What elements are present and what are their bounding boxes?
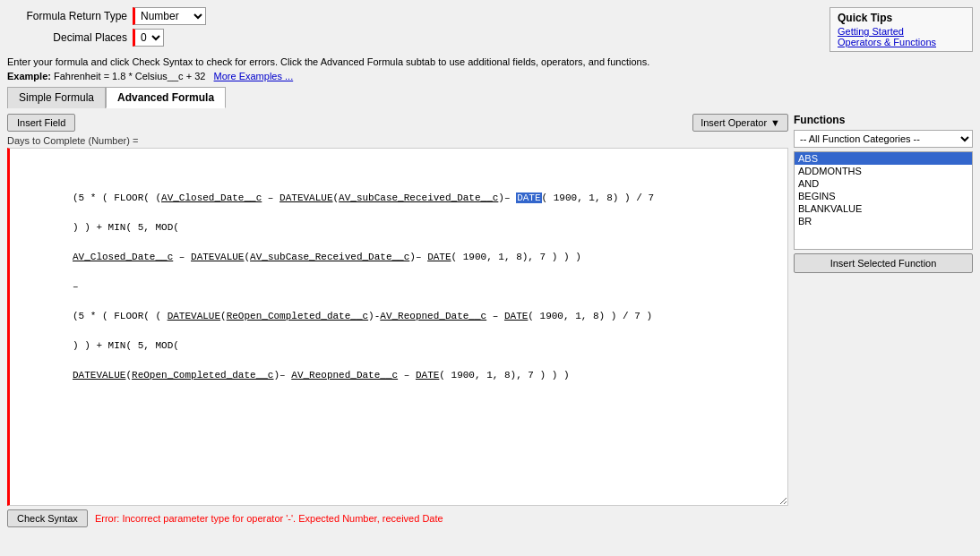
functions-list[interactable]: ABS ADDMONTHS AND BEGINS BLANKVALUE BR [794, 151, 973, 250]
function-item-and[interactable]: AND [795, 177, 972, 190]
quick-tips-box: Quick Tips Getting Started Operators & F… [830, 7, 973, 52]
formula-return-type-row: Formula Return Type Number Text Date Che… [7, 7, 812, 25]
function-item-blankvalue[interactable]: BLANKVALUE [795, 202, 972, 215]
insert-field-button[interactable]: Insert Field [7, 114, 75, 132]
function-item-begins[interactable]: BEGINS [795, 190, 972, 202]
decimal-places-select[interactable]: 0 1 2 3 4 5 [133, 29, 164, 47]
content-area: Insert Field Insert Operator ▼ Days to C… [7, 114, 973, 506]
example-row: Example: Fahrenheit = 1.8 * Celsius__c +… [7, 71, 973, 81]
insert-operator-arrow-icon: ▼ [770, 117, 780, 128]
functions-category-wrap: -- All Function Categories -- [794, 130, 973, 148]
top-row: Formula Return Type Number Text Date Che… [7, 7, 973, 52]
function-item-addmonths[interactable]: ADDMONTHS [795, 165, 972, 177]
quick-tips-title: Quick Tips [838, 12, 965, 24]
insert-operator-button[interactable]: Insert Operator ▼ [692, 114, 788, 132]
functions-category-select[interactable]: -- All Function Categories -- [794, 130, 973, 148]
bottom-row: Check Syntax Error: Incorrect parameter … [7, 509, 973, 527]
decimal-places-label: Decimal Places [7, 31, 133, 44]
example-code: Fahrenheit = 1.8 * Celsius__c + 32 [54, 71, 205, 81]
formula-return-type-label: Formula Return Type [7, 10, 133, 22]
example-label: Example: [7, 71, 51, 81]
formula-field-label: Days to Complete (Number) = [7, 135, 788, 146]
formula-editor[interactable]: (5 * ( FLOOR( (AV_Closed_Date__c – DATEV… [7, 148, 788, 506]
operators-functions-link[interactable]: Operators & Functions [838, 37, 965, 47]
check-syntax-button[interactable]: Check Syntax [7, 509, 88, 527]
toolbar-row: Insert Field Insert Operator ▼ [7, 114, 788, 132]
tab-simple-formula[interactable]: Simple Formula [7, 87, 106, 108]
form-fields: Formula Return Type Number Text Date Che… [7, 7, 812, 50]
left-panel: Insert Field Insert Operator ▼ Days to C… [7, 114, 788, 506]
instruction-text: Enter your formula and click Check Synta… [7, 56, 973, 69]
more-examples-link[interactable]: More Examples ... [214, 71, 294, 81]
formula-content: (5 * ( FLOOR( (AV_Closed_Date__c – DATEV… [13, 175, 784, 398]
tab-advanced-formula[interactable]: Advanced Formula [106, 87, 226, 108]
insert-operator-label: Insert Operator [701, 117, 767, 128]
main-container: Formula Return Type Number Text Date Che… [0, 0, 980, 556]
right-panel: Functions -- All Function Categories -- … [794, 114, 973, 273]
functions-label: Functions [794, 114, 973, 126]
decimal-places-row: Decimal Places 0 1 2 3 4 5 [7, 29, 812, 47]
formula-return-type-select[interactable]: Number Text Date Checkbox Currency Perce… [133, 7, 206, 25]
error-message: Error: Incorrect parameter type for oper… [95, 513, 443, 524]
tab-row: Simple Formula Advanced Formula [7, 87, 973, 108]
function-item-br[interactable]: BR [795, 215, 972, 227]
insert-selected-function-button[interactable]: Insert Selected Function [794, 253, 973, 273]
getting-started-link[interactable]: Getting Started [838, 26, 965, 37]
function-item-abs[interactable]: ABS [795, 152, 972, 165]
